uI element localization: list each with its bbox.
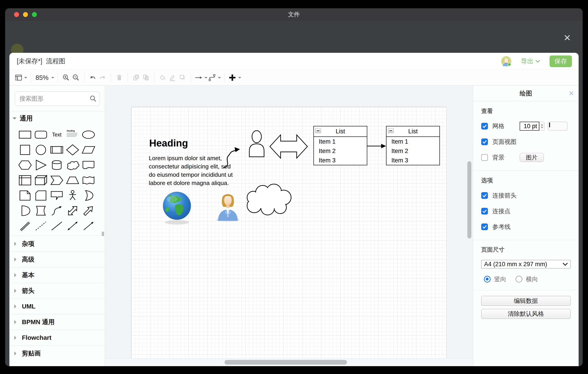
sidebar-section-箭头[interactable]: 箭头	[9, 283, 105, 298]
list-item[interactable]: Item 3	[387, 156, 440, 165]
palette-shape-triangle[interactable]	[33, 157, 49, 173]
palette-shape-line[interactable]	[49, 218, 64, 233]
list-item[interactable]: Item 3	[314, 156, 367, 165]
list-item[interactable]: Item 2	[314, 146, 367, 156]
palette-shape-process[interactable]	[49, 142, 64, 157]
list-item[interactable]: Item 2	[387, 146, 440, 156]
option-checkbox[interactable]	[481, 192, 488, 199]
sidebar-section-BPMN 通用[interactable]: BPMN 通用	[9, 314, 105, 330]
to-back-button[interactable]	[141, 72, 151, 83]
connector-arrow[interactable]	[367, 144, 386, 148]
shadow-button[interactable]	[177, 72, 187, 83]
palette-shape-square[interactable]	[17, 142, 33, 157]
palette-shape-rectangle[interactable]	[17, 127, 33, 142]
horizontal-scrollbar[interactable]	[224, 360, 347, 365]
diagram-canvas[interactable]: Heading Lorem ipsum dolor sit amet,conse…	[105, 86, 473, 366]
zoom-in-button[interactable]	[61, 72, 71, 83]
palette-shape-trapezoid[interactable]	[64, 173, 80, 188]
sidebar-section-基本[interactable]: 基本	[9, 267, 105, 283]
palette-shape-step[interactable]	[49, 173, 64, 188]
sidebar-section-高级[interactable]: 高级	[9, 252, 105, 267]
list-shape-2[interactable]: ListItem 1Item 2Item 3	[386, 126, 440, 165]
edit-data-button[interactable]: 编辑数据	[481, 296, 571, 306]
palette-shape-circle[interactable]	[33, 142, 49, 157]
palette-shape-arrow[interactable]	[80, 203, 96, 218]
list-item[interactable]: Item 1	[387, 137, 440, 146]
palette-shape-hexagon[interactable]	[17, 157, 33, 173]
palette-shape-tape[interactable]	[80, 173, 96, 188]
palette-shape-curve[interactable]	[49, 203, 64, 218]
document-name[interactable]: 流程图	[46, 57, 65, 66]
grid-size-input[interactable]	[520, 122, 539, 131]
palette-shape-and[interactable]	[17, 203, 33, 218]
sidebar-section-Flowchart[interactable]: Flowchart	[9, 330, 105, 345]
canvas-heading-text[interactable]: Heading	[149, 138, 188, 149]
line-color-button[interactable]	[168, 72, 177, 83]
delete-button[interactable]	[114, 72, 124, 83]
grid-size-stepper[interactable]	[539, 122, 545, 131]
sidebar-section-杂项[interactable]: 杂项	[9, 236, 105, 252]
clear-default-style-button[interactable]: 清除默认风格	[481, 309, 571, 319]
palette-shape-link[interactable]	[17, 218, 33, 233]
palette-shape-data-storage[interactable]	[33, 203, 49, 218]
page-size-select[interactable]: A4 (210 mm x 297 mm)	[481, 260, 571, 268]
background-image-button[interactable]: 图片	[520, 153, 544, 162]
palette-shape-actor[interactable]	[64, 188, 80, 203]
palette-shape-rounded-rectangle[interactable]	[33, 127, 49, 142]
page-view-button[interactable]	[14, 72, 27, 83]
palette-shape-cloud[interactable]	[64, 157, 80, 173]
grid-checkbox[interactable]	[481, 123, 488, 130]
panel-close-icon[interactable]: ✕	[568, 86, 574, 101]
zoom-out-button[interactable]	[71, 72, 81, 83]
palette-shape-callout[interactable]	[49, 188, 64, 203]
stepper-up-icon[interactable]	[541, 123, 543, 125]
connection-arrow-button[interactable]	[194, 72, 208, 83]
portrait-radio[interactable]	[484, 276, 491, 283]
palette-shape-ellipse[interactable]	[80, 127, 96, 142]
palette-shape-document[interactable]	[80, 157, 96, 173]
palette-shape-cube[interactable]	[33, 173, 49, 188]
palette-shape-internal-storage[interactable]	[17, 173, 33, 188]
insert-button[interactable]	[228, 72, 241, 83]
palette-shape-bidirectional-connector[interactable]	[64, 218, 80, 233]
search-input[interactable]	[15, 91, 100, 106]
close-icon[interactable]: ✕	[562, 33, 573, 43]
user-avatar[interactable]	[501, 56, 512, 67]
double-arrow-shape[interactable]	[270, 135, 307, 158]
palette-shape-card[interactable]	[33, 188, 49, 203]
palette-shape-textbox[interactable]: Heading	[64, 127, 80, 142]
undo-button[interactable]	[88, 72, 98, 83]
palette-shape-parallelogram[interactable]	[80, 142, 96, 157]
to-front-button[interactable]	[131, 72, 141, 83]
grid-color-swatch[interactable]	[548, 122, 567, 131]
collapse-icon[interactable]	[315, 128, 321, 133]
stepper-down-icon[interactable]	[541, 127, 543, 130]
export-menu[interactable]: 导出	[521, 57, 540, 66]
landscape-radio[interactable]	[516, 276, 522, 283]
sidebar-section-general[interactable]: 通用	[9, 111, 105, 126]
waypoints-button[interactable]	[208, 72, 221, 83]
save-button[interactable]: 保存	[550, 55, 572, 67]
palette-shape-cylinder[interactable]	[49, 157, 64, 173]
collapse-icon[interactable]	[388, 128, 394, 133]
palette-shape-bidirectional-arrow[interactable]	[64, 203, 80, 218]
option-checkbox[interactable]	[481, 223, 488, 230]
palette-shape-diamond[interactable]	[64, 142, 80, 157]
redo-button[interactable]	[98, 72, 107, 83]
page-view-checkbox[interactable]	[481, 138, 488, 145]
sidebar-section-UML[interactable]: UML	[9, 298, 105, 314]
background-checkbox[interactable]	[481, 154, 488, 161]
palette-shape-dashed-line[interactable]	[33, 218, 49, 233]
sidebar-section-剪贴画[interactable]: 剪贴画	[9, 345, 105, 361]
fill-color-button[interactable]	[158, 72, 168, 83]
palette-shape-directional-connector[interactable]	[80, 218, 96, 233]
palette-shape-text[interactable]: Text	[49, 127, 64, 142]
canvas-paragraph-text[interactable]: Lorem ipsum dolor sit amet,consectetur a…	[149, 154, 233, 187]
globe-clipart[interactable]	[163, 192, 191, 225]
list-shape-1[interactable]: ListItem 1Item 2Item 3	[314, 126, 367, 165]
option-checkbox[interactable]	[481, 208, 488, 215]
cloud-shape[interactable]	[247, 184, 291, 215]
palette-shape-note[interactable]	[17, 188, 33, 203]
person-shape[interactable]	[249, 131, 264, 157]
woman-clipart[interactable]	[216, 194, 240, 222]
